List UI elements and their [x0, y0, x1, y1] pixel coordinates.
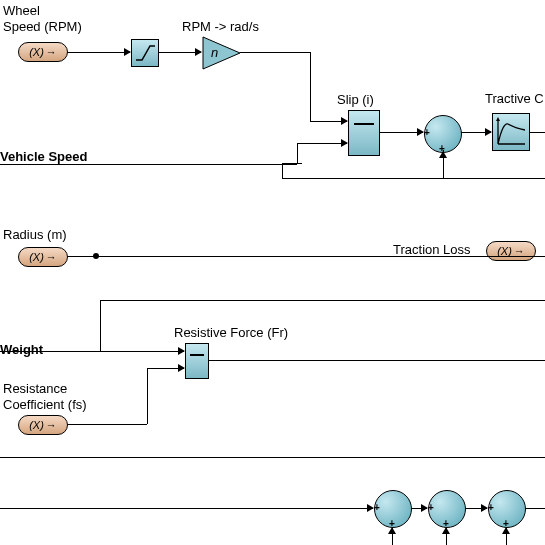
sum-block-upper[interactable]: + + [424, 115, 462, 153]
lookup-table-block[interactable] [492, 113, 530, 151]
wire [282, 163, 302, 164]
sum-block-b1[interactable]: + + [374, 490, 412, 528]
resistance-input[interactable]: (X)→ [18, 415, 68, 435]
resistance-label-1: Resistance [3, 381, 67, 396]
wire [525, 508, 545, 509]
gain-letter: n [211, 45, 218, 60]
wire [529, 132, 545, 133]
arrow-icon: → [46, 419, 57, 431]
wire [297, 143, 347, 144]
wire [100, 300, 545, 301]
resistance-label-2: Coefficient (fs) [3, 397, 87, 412]
wheel-speed-input[interactable]: (X)→ [18, 42, 68, 62]
sum-block-b3[interactable]: + + [488, 490, 526, 528]
wire [310, 52, 311, 121]
arrow-icon: → [46, 251, 57, 263]
plus-icon: + [428, 502, 434, 513]
arrowhead-icon [481, 504, 488, 512]
plus-icon: + [374, 502, 380, 513]
gain-block[interactable] [202, 36, 242, 70]
arrowhead-icon [178, 364, 185, 372]
arrowhead-icon [367, 504, 374, 512]
plus-icon: + [488, 502, 494, 513]
arrowhead-icon [341, 139, 348, 147]
saturation-block[interactable] [131, 39, 159, 67]
wire [0, 457, 545, 458]
arrowhead-icon [341, 117, 348, 125]
vehicle-speed-label: Vehicle Speed [0, 149, 87, 164]
input-x-icon: (X) [29, 251, 44, 263]
sum-block-b2[interactable]: + + [428, 490, 466, 528]
wire [240, 52, 310, 53]
slip-label: Slip (i) [337, 92, 374, 107]
arrowhead-icon [388, 527, 396, 534]
wheel-speed-label-1: Wheel [3, 3, 40, 18]
wire [282, 178, 545, 179]
weight-label: Weight [0, 342, 43, 357]
wire [297, 143, 298, 164]
wire [67, 424, 147, 425]
wire [208, 360, 545, 361]
input-x-icon: (X) [29, 419, 44, 431]
saturation-icon [132, 40, 158, 66]
lookup-curve-icon [493, 114, 529, 150]
tractive-label: Tractive C [485, 91, 544, 106]
node-icon [93, 253, 99, 259]
plus-icon: + [424, 127, 430, 138]
resistive-divide-block[interactable] [185, 343, 209, 379]
wire [282, 163, 283, 178]
wire [0, 351, 100, 352]
arrowhead-icon [195, 48, 202, 56]
wire [100, 351, 184, 352]
arrowhead-icon [442, 527, 450, 534]
radius-label: Radius (m) [3, 227, 67, 242]
divide-icon [354, 123, 374, 125]
wire [67, 52, 130, 53]
arrowhead-icon [417, 128, 424, 136]
wheel-speed-label-2: Speed (RPM) [3, 19, 82, 34]
radius-input[interactable]: (X)→ [18, 247, 68, 267]
traction-loss-input[interactable]: (X)→ [486, 241, 536, 261]
wire [0, 164, 297, 165]
arrowhead-icon [485, 128, 492, 136]
arrowhead-icon [178, 347, 185, 355]
arrowhead-icon [502, 527, 510, 534]
input-x-icon: (X) [29, 46, 44, 58]
wire [67, 256, 545, 257]
divide-icon [190, 354, 204, 356]
wire [100, 300, 101, 351]
rpm-rads-label: RPM -> rad/s [182, 19, 259, 34]
wire [0, 508, 373, 509]
resistive-force-label: Resistive Force (Fr) [174, 325, 288, 340]
slip-divide-block[interactable] [348, 110, 380, 156]
arrow-icon: → [46, 46, 57, 58]
wire [147, 368, 148, 424]
svg-marker-0 [203, 37, 240, 69]
traction-loss-label: Traction Loss [393, 242, 471, 257]
arrowhead-icon [439, 151, 447, 158]
arrowhead-icon [421, 504, 428, 512]
arrowhead-icon [124, 48, 131, 56]
